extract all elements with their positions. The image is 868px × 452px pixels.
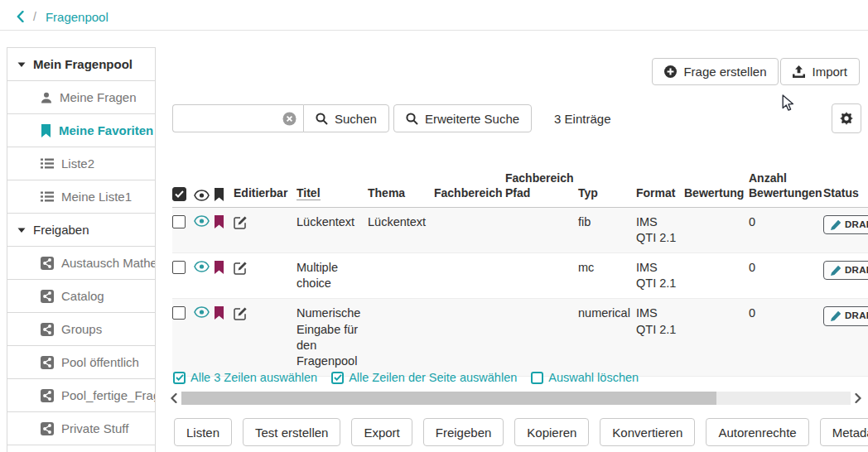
sidebar-item-pool-fertige-fragen[interactable]: Pool_fertige_Fragen — [7, 379, 155, 412]
sidebar-item-label: Liste2 — [61, 156, 94, 171]
sidebar-item-label: Pool öffentlich — [61, 355, 139, 369]
sidebar-item-label: Freigaben — [33, 223, 89, 237]
sidebar-item-groups[interactable]: Groups — [7, 313, 155, 346]
search-icon — [316, 113, 328, 125]
sidebar-item-meine-liste1[interactable]: Meine Liste1 — [7, 180, 155, 214]
table-settings-button[interactable] — [832, 103, 861, 133]
create-question-button[interactable]: Frage erstellen — [652, 58, 779, 85]
eye-icon[interactable] — [194, 306, 209, 318]
sidebar-item-catalog[interactable]: Catalog — [7, 280, 155, 313]
cell-anzahl-bewertungen: 0 — [749, 253, 823, 298]
cell-thema — [368, 253, 434, 298]
sidebar-item-liste2[interactable]: Liste2 — [7, 147, 155, 180]
cell-thema — [368, 299, 434, 376]
export-button[interactable]: Export — [351, 418, 412, 446]
sidebar-item-meine-favoriten[interactable]: Meine Favoriten — [7, 114, 155, 147]
caret-down-icon — [17, 61, 26, 68]
gear-icon — [840, 112, 853, 125]
breadcrumb-current[interactable]: Fragenpool — [46, 10, 108, 24]
sidebar-item-label: Meine Favoriten — [59, 123, 153, 137]
cell-format: IMS QTI 2.1 — [636, 208, 684, 252]
eye-icon[interactable] — [194, 215, 209, 227]
header-format: Format — [636, 179, 684, 206]
search-icon — [406, 113, 418, 125]
advanced-search-button[interactable]: Erweiterte Suche — [393, 104, 532, 132]
header-status: Status — [823, 179, 868, 206]
row-select-checkbox[interactable] — [172, 261, 186, 274]
import-button[interactable]: Import — [780, 58, 860, 85]
import-label: Import — [812, 65, 847, 79]
table-row: Numerische Eingabe für den Fragenpoolnum… — [172, 299, 868, 377]
edit-icon[interactable] — [234, 306, 292, 320]
sidebar-item-meine-fragen[interactable]: Meine Fragen — [7, 81, 155, 114]
share-icon — [41, 422, 54, 435]
unchecked-checkbox-icon — [531, 372, 543, 384]
cell-bewertung — [684, 253, 749, 298]
sidebar-item-label: Private Stuff — [61, 421, 128, 435]
sidebar-item-partial — [7, 445, 155, 452]
scroll-right-icon[interactable] — [855, 393, 861, 403]
selection-link-alle-3-zeilen-ausw-hlen[interactable]: Alle 3 Zeilen auswählen — [173, 371, 317, 384]
selection-link-alle-zeilen-der-seite-ausw-hlen[interactable]: Alle Zeilen der Seite auswählen — [331, 371, 517, 384]
cell-fachbereich — [434, 253, 505, 298]
status-badge-label: DRAFT — [845, 310, 868, 322]
sidebar-item-freigaben[interactable]: Freigaben — [7, 214, 155, 247]
header-titel-sort[interactable]: Titel — [297, 186, 321, 200]
cell-fachbereich-pfad — [505, 253, 578, 298]
test-erstellen-button[interactable]: Test erstellen — [243, 418, 340, 446]
metadaten-ndern-button[interactable]: Metadaten ändern — [820, 418, 868, 446]
autorenrechte-button[interactable]: Autorenrechte — [706, 418, 808, 446]
select-all-checkbox[interactable] — [172, 187, 186, 201]
edit-icon[interactable] — [234, 215, 292, 229]
back-chevron-icon[interactable] — [17, 11, 24, 22]
sidebar-item-mein-fragenpool[interactable]: Mein Fragenpool — [7, 48, 155, 81]
kopieren-button[interactable]: Kopieren — [514, 418, 589, 446]
breadcrumb: / Fragenpool — [0, 3, 868, 31]
status-badge-label: DRAFT — [845, 219, 868, 231]
cell-format: IMS QTI 2.1 — [636, 299, 684, 376]
status-badge[interactable]: DRAFT — [823, 261, 868, 280]
status-badge[interactable]: DRAFT — [823, 306, 868, 325]
advanced-search-label: Erweiterte Suche — [425, 112, 519, 126]
bookmark-icon[interactable] — [214, 306, 229, 320]
scroll-left-icon[interactable] — [171, 393, 177, 403]
user-icon — [41, 92, 52, 103]
cell-typ: numerical — [578, 299, 636, 376]
row-select-checkbox[interactable] — [172, 306, 186, 320]
sidebar-item-private-stuff[interactable]: Private Stuff — [7, 412, 155, 445]
pencil-icon — [831, 311, 841, 321]
cell-thema: Lückentext — [368, 208, 434, 252]
sidebar-item-label: Mein Fragenpool — [33, 57, 133, 71]
scrollbar-thumb[interactable] — [181, 392, 716, 405]
header-thema: Thema — [368, 179, 434, 206]
edit-icon[interactable] — [234, 261, 292, 275]
sidebar-item-pool-ffentlich[interactable]: Pool öffentlich — [7, 346, 155, 379]
bookmark-icon[interactable] — [214, 215, 229, 228]
sidebar-item-label: Groups — [61, 322, 102, 336]
status-badge[interactable]: DRAFT — [823, 215, 868, 234]
row-select-checkbox[interactable] — [172, 215, 186, 228]
sidebar-item-austausch-mathe[interactable]: Austausch Mathe — [7, 247, 155, 280]
bulk-actions: ListenTest erstellenExportFreigebenKopie… — [174, 418, 868, 446]
listen-button[interactable]: Listen — [174, 418, 232, 446]
freigeben-button[interactable]: Freigeben — [423, 418, 504, 446]
bookmark-column-icon — [214, 188, 229, 201]
cell-anzahl-bewertungen: 0 — [749, 299, 823, 376]
bookmark-icon[interactable] — [214, 261, 229, 274]
konvertieren-button[interactable]: Konvertieren — [600, 418, 695, 446]
table-row: LückentextLückentextfibIMS QTI 2.10DRAFT — [172, 208, 868, 253]
search-button[interactable]: Suchen — [303, 104, 389, 132]
selection-link-auswahl-l-schen[interactable]: Auswahl löschen — [531, 371, 639, 384]
header-typ: Typ — [578, 179, 636, 206]
share-icon — [41, 356, 54, 369]
cell-fachbereich — [434, 208, 505, 252]
cell-titel: Multiple choice — [297, 253, 368, 298]
scrollbar-track[interactable] — [181, 392, 851, 405]
cell-anzahl-bewertungen: 0 — [749, 208, 823, 252]
clear-search-icon[interactable] — [282, 112, 297, 126]
sidebar-item-label: Catalog — [61, 289, 104, 303]
header-anzahl-bewertungen: Anzahl Bewertungen — [749, 164, 823, 207]
cell-typ: fib — [578, 208, 636, 252]
table-body: LückentextLückentextfibIMS QTI 2.10DRAFT… — [172, 208, 868, 377]
eye-icon[interactable] — [194, 261, 209, 272]
